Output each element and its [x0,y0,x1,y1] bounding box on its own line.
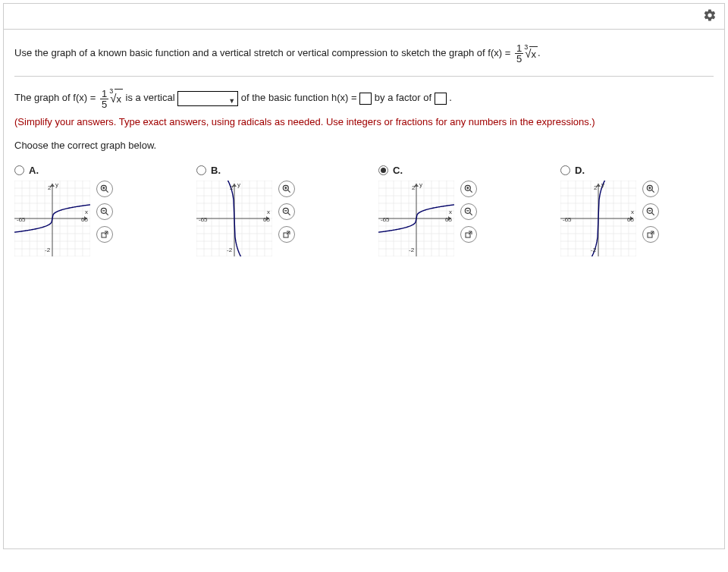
question-suffix: . [538,47,541,58]
svg-line-78 [287,212,290,215]
choice-label: C. [393,165,403,176]
svg-text:x: x [449,209,452,215]
question-prefix: Use the graph of a known basic function … [14,47,513,58]
svg-text:-2: -2 [591,247,597,253]
choice-A: A. -65 65 2 [14,165,166,256]
graph-thumbnail: -65 65 2 -2 x y [560,181,636,256]
svg-text:65: 65 [263,216,270,223]
svg-text:2: 2 [230,184,234,191]
svg-text:-2: -2 [227,247,233,253]
zoom-out-icon[interactable] [642,203,659,220]
choice-header[interactable]: C. [378,165,530,176]
svg-text:y: y [55,181,58,188]
popout-icon[interactable] [642,226,659,243]
choice-D: D. -65 65 2 [560,165,712,256]
zoom-in-icon[interactable] [278,181,295,197]
vertical-type-dropdown[interactable] [177,91,238,106]
svg-text:-65: -65 [199,216,208,223]
zoom-out-icon[interactable] [278,203,295,220]
svg-line-119 [469,212,472,215]
zoom-out-icon[interactable] [460,203,477,220]
graph-thumbnail: -65 65 2 -2 x y [14,181,90,256]
svg-text:2: 2 [594,184,598,191]
choose-instruction: Choose the correct graph below. [14,135,714,162]
zoom-out-icon[interactable] [96,203,113,220]
svg-text:x: x [631,209,634,215]
fraction: 1 5 [100,89,108,109]
hx-input[interactable] [359,93,372,105]
choice-C: C. -65 65 2 [378,165,530,256]
popout-icon[interactable] [96,226,113,243]
svg-text:-65: -65 [563,216,572,223]
factor-input[interactable] [435,93,447,105]
svg-text:2: 2 [48,184,52,191]
choices-row: A. -65 65 2 [14,165,714,256]
choice-label: D. [575,165,585,176]
zoom-in-icon[interactable] [460,181,477,197]
svg-text:x: x [85,209,88,215]
svg-text:y: y [419,181,422,188]
hint-text: (Simplify your answers. Type exact answe… [14,115,714,135]
choice-B: B. -65 65 2 [196,165,348,256]
svg-text:x: x [267,209,270,215]
svg-text:65: 65 [81,216,88,223]
choice-header[interactable]: B. [196,165,348,176]
popout-icon[interactable] [460,226,477,243]
svg-text:65: 65 [627,216,634,223]
choice-header[interactable]: A. [14,165,166,176]
svg-text:2: 2 [412,184,416,191]
svg-text:65: 65 [445,216,452,223]
answer-line: The graph of f(x) = 1 5 3 √x is a vertic… [14,77,714,115]
choice-label: A. [29,165,39,176]
graph-thumbnail: -65 65 2 -2 x y [196,181,272,256]
svg-text:-2: -2 [409,247,415,253]
svg-line-115 [469,190,472,193]
svg-text:-2: -2 [45,247,51,253]
choice-header[interactable]: D. [560,165,712,176]
toolbar [4,4,724,30]
gear-icon[interactable] [703,8,717,24]
content-area: Use the graph of a known basic function … [4,30,724,266]
question-text: Use the graph of a known basic function … [14,39,714,77]
zoom-in-icon[interactable] [96,181,113,197]
radio-button[interactable] [196,165,206,175]
svg-text:y: y [601,181,604,188]
svg-line-74 [287,190,290,193]
cube-root: 3 √x [110,87,123,110]
svg-line-156 [651,190,654,193]
cube-root: 3 √x [525,45,538,63]
radio-button[interactable] [14,165,24,175]
svg-text:y: y [237,181,240,188]
zoom-in-icon[interactable] [642,181,659,197]
popout-icon[interactable] [278,226,295,243]
svg-line-37 [105,212,108,215]
svg-text:-65: -65 [381,216,390,223]
radio-button[interactable] [560,165,570,175]
svg-line-33 [105,190,108,193]
svg-text:-65: -65 [17,216,26,223]
graph-thumbnail: -65 65 2 -2 x y [378,181,454,256]
radio-button[interactable] [378,165,388,175]
svg-line-160 [651,212,654,215]
choice-label: B. [211,165,221,176]
fraction: 1 5 [515,43,523,64]
question-frame: Use the graph of a known basic function … [3,3,725,549]
